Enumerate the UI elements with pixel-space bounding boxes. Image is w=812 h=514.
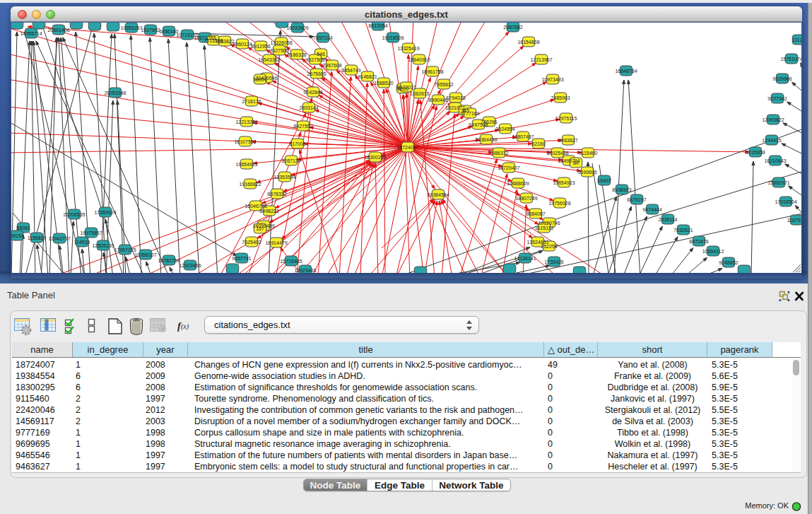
svg-text:8322037: 8322037 xyxy=(396,85,416,90)
svg-text:16154808: 16154808 xyxy=(517,40,539,45)
svg-text:10025438: 10025438 xyxy=(546,151,568,156)
svg-text:1362615: 1362615 xyxy=(410,91,429,96)
svg-text:2718176: 2718176 xyxy=(242,99,261,104)
svg-text:39154: 39154 xyxy=(11,233,24,238)
svg-text:20364436: 20364436 xyxy=(475,137,497,142)
svg-text:6879197: 6879197 xyxy=(627,197,646,202)
svg-text:12213967: 12213967 xyxy=(530,57,552,62)
svg-text:8186328: 8186328 xyxy=(287,52,306,57)
svg-text:9327508: 9327508 xyxy=(305,57,324,62)
svg-text:1244415: 1244415 xyxy=(762,138,781,143)
svg-text:7485063: 7485063 xyxy=(551,95,570,100)
svg-text:6497568: 6497568 xyxy=(469,122,488,127)
svg-text:19654925: 19654925 xyxy=(235,162,257,167)
svg-text:9884067: 9884067 xyxy=(526,211,545,216)
svg-text:8427552: 8427552 xyxy=(293,124,312,129)
svg-text:1156829: 1156829 xyxy=(28,235,47,240)
svg-text:10958107: 10958107 xyxy=(134,252,156,257)
svg-text:9327505: 9327505 xyxy=(269,48,288,53)
svg-text:8912956: 8912956 xyxy=(251,44,270,49)
svg-text:10688609: 10688609 xyxy=(507,181,529,186)
svg-text:10654112: 10654112 xyxy=(702,249,724,254)
svg-text:2087682: 2087682 xyxy=(503,25,522,30)
svg-text:85061: 85061 xyxy=(16,226,30,230)
svg-text:12505135: 12505135 xyxy=(92,243,114,248)
svg-text:8878332: 8878332 xyxy=(267,192,286,197)
svg-text:14055714: 14055714 xyxy=(20,31,42,36)
svg-text:9329966: 9329966 xyxy=(772,76,792,81)
svg-text:9777169: 9777169 xyxy=(460,111,479,116)
svg-text:18640910: 18640910 xyxy=(408,57,430,62)
svg-text:0699695: 0699695 xyxy=(577,170,596,175)
svg-text:19166822: 19166822 xyxy=(239,182,261,187)
svg-text:2803144: 2803144 xyxy=(299,105,318,110)
svg-text:16046798: 16046798 xyxy=(245,204,266,209)
svg-text:17359924: 17359924 xyxy=(94,210,116,215)
svg-text:9146821: 9146821 xyxy=(358,74,377,79)
svg-text:19654923: 19654923 xyxy=(553,180,575,185)
svg-text:16782759: 16782759 xyxy=(158,258,180,263)
svg-text:8960124: 8960124 xyxy=(233,42,252,47)
svg-text:98901: 98901 xyxy=(253,77,267,82)
svg-text:8471676: 8471676 xyxy=(689,239,708,244)
svg-text:15751074: 15751074 xyxy=(780,57,801,62)
svg-text:20053346: 20053346 xyxy=(104,90,126,95)
svg-text:546: 546 xyxy=(317,52,325,57)
svg-text:20206535: 20206535 xyxy=(63,212,85,217)
svg-text:1527602: 1527602 xyxy=(141,28,160,33)
svg-text:3675685: 3675685 xyxy=(307,71,326,76)
svg-text:14136141: 14136141 xyxy=(514,256,536,261)
svg-text:9474444: 9474444 xyxy=(642,207,661,212)
svg-text:7663822: 7663822 xyxy=(215,39,234,44)
svg-text:9242848: 9242848 xyxy=(303,90,322,95)
svg-text:7625402: 7625402 xyxy=(242,240,261,245)
svg-text:1615112: 1615112 xyxy=(535,226,554,230)
svg-text:8990448: 8990448 xyxy=(428,98,447,103)
svg-text:16543382: 16543382 xyxy=(258,57,280,62)
svg-text:15692971: 15692971 xyxy=(767,180,789,185)
svg-text:157: 157 xyxy=(256,226,264,231)
svg-text:20691406: 20691406 xyxy=(47,28,69,33)
svg-text:19756928: 19756928 xyxy=(548,201,570,206)
svg-text:1588520: 1588520 xyxy=(374,81,393,86)
svg-text:17957225: 17957225 xyxy=(114,247,136,252)
svg-text:10120746: 10120746 xyxy=(538,221,560,226)
svg-text:9245652: 9245652 xyxy=(719,260,738,265)
svg-text:12093822: 12093822 xyxy=(762,117,784,122)
svg-text:252254: 252254 xyxy=(541,244,557,249)
svg-text:8938923: 8938923 xyxy=(612,187,631,192)
svg-text:9115460: 9115460 xyxy=(579,151,598,156)
svg-text:13325419: 13325419 xyxy=(397,46,419,51)
svg-text:3624554: 3624554 xyxy=(495,127,514,132)
svg-text:18300295: 18300295 xyxy=(364,155,386,160)
svg-text:7857224: 7857224 xyxy=(313,35,332,40)
svg-text:8813054: 8813054 xyxy=(368,23,387,28)
svg-text:19218506: 19218506 xyxy=(382,35,404,40)
svg-text:7986372: 7986372 xyxy=(489,151,508,156)
svg-text:19384554: 19384554 xyxy=(427,192,449,197)
svg-text:12942737: 12942737 xyxy=(48,236,70,241)
svg-text:8454749: 8454749 xyxy=(341,68,360,73)
svg-text:16407: 16407 xyxy=(597,178,611,183)
svg-text:19975857: 19975857 xyxy=(80,230,102,235)
svg-text:17016504: 17016504 xyxy=(775,199,796,204)
svg-text:84: 84 xyxy=(573,160,579,165)
svg-text:10655267: 10655267 xyxy=(120,25,142,30)
svg-text:9657791: 9657791 xyxy=(232,256,251,261)
svg-text:817006: 817006 xyxy=(289,141,305,146)
svg-text:12923468: 12923468 xyxy=(294,268,316,273)
svg-text:(x): (x) xyxy=(181,322,189,331)
svg-text:7955812: 7955812 xyxy=(434,82,453,87)
svg-text:18807249: 18807249 xyxy=(515,196,537,201)
svg-text:12923466: 12923466 xyxy=(179,263,201,268)
svg-text:16033809: 16033809 xyxy=(286,25,308,30)
svg-text:16210643: 16210643 xyxy=(764,158,786,163)
svg-text:12213389: 12213389 xyxy=(235,119,257,124)
svg-text:15720407: 15720407 xyxy=(498,165,519,170)
svg-text:12975115: 12975115 xyxy=(555,116,577,121)
svg-text:16107552: 16107552 xyxy=(234,139,256,144)
svg-text:1733426: 1733426 xyxy=(544,259,563,264)
svg-text:1167533: 1167533 xyxy=(787,218,801,223)
svg-text:3267130: 3267130 xyxy=(281,158,300,163)
svg-text:10807487: 10807487 xyxy=(512,134,534,139)
